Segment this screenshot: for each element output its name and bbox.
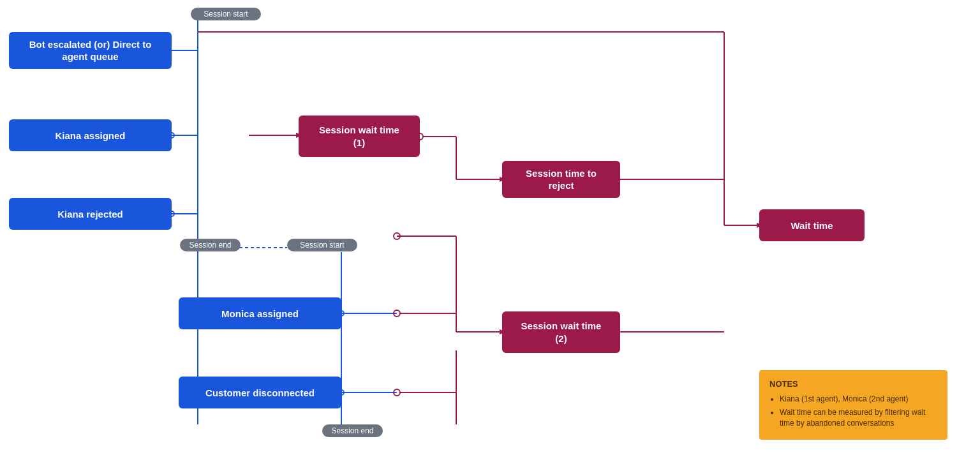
customer-disconnected-box: Customer disconnected <box>179 377 341 408</box>
notes-box: NOTES Kiana (1st agent), Monica (2nd age… <box>759 370 947 440</box>
diagram-container: Bot escalated (or) Direct to agent queue… <box>0 0 980 471</box>
wait-time-box: Wait time <box>759 209 865 241</box>
monica-assigned-box: Monica assigned <box>179 297 341 329</box>
session-start-top-pill: Session start <box>191 8 261 20</box>
note-item-1: Kiana (1st agent), Monica (2nd agent) <box>780 394 937 405</box>
session-wait-time-1-box: Session wait time(1) <box>299 116 420 157</box>
session-start-2-pill: Session start <box>287 239 357 251</box>
bot-escalated-box: Bot escalated (or) Direct to agent queue <box>9 32 172 69</box>
kiana-assigned-box: Kiana assigned <box>9 119 172 151</box>
svg-point-30 <box>394 310 400 317</box>
note-item-2: Wait time can be measured by filtering w… <box>780 407 937 429</box>
svg-point-17 <box>394 233 400 239</box>
session-wait-time-2-box: Session wait time(2) <box>502 311 620 353</box>
session-end-1-pill: Session end <box>180 239 241 251</box>
kiana-rejected-box: Kiana rejected <box>9 198 172 230</box>
session-end-2-pill: Session end <box>322 424 383 437</box>
notes-title: NOTES <box>769 379 937 389</box>
session-time-to-reject-box: Session time toreject <box>502 161 620 198</box>
svg-point-32 <box>394 389 400 396</box>
